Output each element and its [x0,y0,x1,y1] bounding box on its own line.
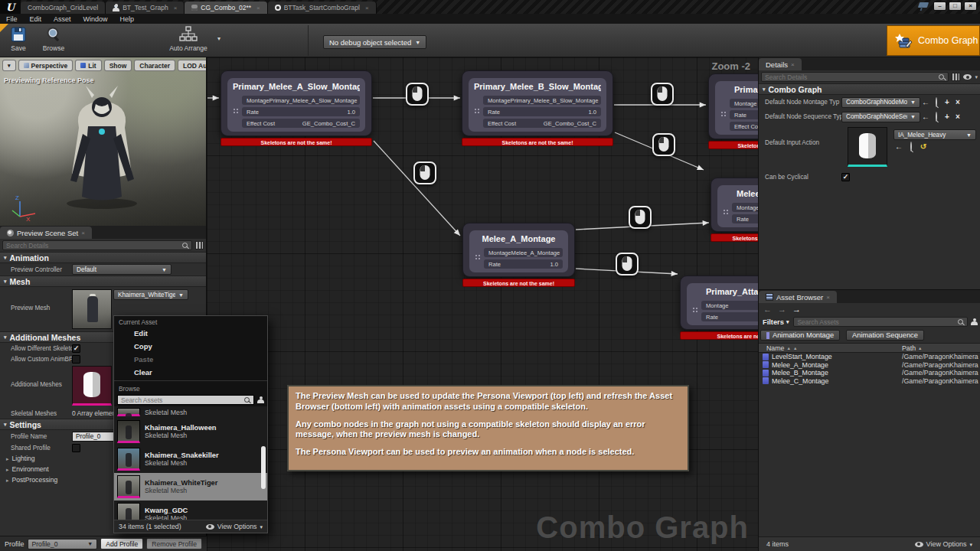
graph-node[interactable]: PrimaryMontageRateEffect CostSkeletons a… [708,73,758,149]
remove-profile-button[interactable]: Remove Profile [146,538,202,549]
mesh-asset-item[interactable]: Skeletal Mesh [114,406,267,418]
user-filter-icon[interactable] [971,318,978,326]
details-search-input[interactable] [762,73,939,81]
use-selected-icon[interactable]: ← [920,99,931,106]
tab-cg-combo-02[interactable]: CG_Combo_02** × [185,2,267,14]
input-action-dropdown[interactable]: IA_Melee_Heavy ▼ [893,129,976,140]
graph-node[interactable]: Primary_AttackMontagePrimRateSkeletons a… [680,276,758,340]
browse-to-asset-icon[interactable] [906,143,916,151]
tab-close-icon[interactable]: × [174,5,178,11]
section-animation[interactable]: ▾ Animation [0,252,206,263]
persona-viewport[interactable]: ▾ Perspective Lit Show Character LOD Aut… [0,57,207,226]
tab-combograph-gridlevel[interactable]: ComboGraph_GridLevel [21,2,106,14]
view-options-button[interactable]: View Options ▾ [206,523,263,530]
allow-different-skeletons-checkbox[interactable]: ✓ [72,344,80,353]
section-combo-graph[interactable]: ▾ Combo Graph [759,83,980,95]
asset-row[interactable]: Melee_C_Montage/Game/ParagonKhaimera [759,377,980,386]
sequence-type-dropdown[interactable]: ComboGraphNodeSequenc ▼ [841,112,920,122]
save-button[interactable]: Save [2,26,35,52]
viewport-lit-button[interactable]: Lit [75,60,101,71]
browse-to-asset-icon[interactable] [931,99,942,106]
additional-meshes-thumbnail[interactable] [72,366,112,406]
add-profile-button[interactable]: Add Profile [100,538,143,549]
combo-graph-canvas[interactable]: Zoom -2 Combo Graph Primary_Melee_A_Slow… [207,57,758,551]
graph-node[interactable]: Primary_Melee_B_Slow_MontageMontagePrima… [462,70,613,146]
close-button[interactable]: × [964,2,977,11]
reset-icon[interactable]: ↺ [918,143,929,151]
menu-item-paste[interactable]: Paste [114,353,267,366]
shared-profile-checkbox[interactable] [72,444,80,452]
tab-asset-browser[interactable]: Asset Browser × [759,291,837,303]
column-settings-icon[interactable] [952,73,960,81]
auto-arrange-button[interactable]: Auto Arrange [164,26,213,52]
view-filter-eye-icon[interactable] [963,74,972,80]
tab-close-icon[interactable]: × [256,5,260,11]
add-icon[interactable]: + [942,99,952,106]
column-path[interactable]: Path ▲ [902,344,980,352]
tab-bt-test-graph[interactable]: BT_Test_Graph × [106,2,185,14]
search-details-box[interactable] [2,240,192,250]
auto-arrange-dropdown[interactable]: ▾ [217,36,220,42]
debug-object-dropdown[interactable]: No debug object selected ▼ [323,35,426,49]
browse-to-asset-icon[interactable] [931,113,942,121]
graph-node[interactable]: Primary_Melee_A_Slow_MontageMontagePrima… [220,70,372,146]
clear-icon[interactable]: × [952,99,963,106]
menu-item-edit[interactable]: Edit [114,327,267,340]
column-name[interactable]: Name ▲ ▲ [759,344,902,352]
user-filter-icon[interactable] [257,396,264,404]
tab-close-icon[interactable]: × [81,230,85,236]
tab-close-icon[interactable]: × [826,294,830,301]
tab-close-icon[interactable]: × [791,61,795,68]
menu-file[interactable]: File [6,15,18,23]
asset-picker-search-input[interactable] [118,396,244,404]
history-forward-icon[interactable]: → [778,305,786,314]
viewport-show-button[interactable]: Show [104,60,132,71]
mesh-asset-item[interactable]: Kwang_GDCSkeletal Mesh [114,500,267,520]
graph-node[interactable]: Melee_MontageRateSkeletons are not the s… [710,178,758,242]
asset-picker-search-box[interactable] [117,395,254,405]
asset-row[interactable]: LevelStart_Montage/Game/ParagonKhaimera [759,353,980,361]
minimize-button[interactable]: – [933,2,946,11]
use-selected-icon[interactable]: ← [920,113,931,121]
montage-type-dropdown[interactable]: ComboGraphNodeMontage ▼ [841,97,920,108]
tab-close-icon[interactable]: × [365,5,369,11]
filter-animation-sequence[interactable]: Animation Sequence [846,330,924,341]
go-to-folder-icon[interactable]: → [792,305,801,314]
browse-button[interactable]: Browse [37,26,70,52]
clear-icon[interactable]: × [952,113,963,121]
combo-graph-button[interactable]: Combo Graph [887,25,980,56]
tutorial-cap-icon[interactable] [918,2,929,8]
asset-row[interactable]: Melee_B_Montage/Game/ParagonKhaimera [759,369,980,377]
profile-dropdown[interactable]: Profile_0 ▼ [28,539,98,549]
menu-item-clear[interactable]: Clear [114,366,267,379]
details-search-box[interactable] [761,72,949,82]
add-icon[interactable]: + [942,113,952,121]
column-settings-icon[interactable] [195,241,204,249]
section-mesh[interactable]: ▾ Mesh [0,276,206,287]
menu-edit[interactable]: Edit [30,15,42,23]
menu-help[interactable]: Help [120,15,135,23]
allow-custom-animbp-checkbox[interactable] [72,355,80,364]
asset-row[interactable]: Melee_A_Montage/Game/ParagonKhaimera [759,361,980,370]
menu-window[interactable]: Window [83,15,108,23]
history-back-icon[interactable]: ← [763,305,772,314]
asset-search-box[interactable] [793,317,968,327]
viewport-mode-button[interactable]: Perspective [18,60,74,71]
tab-bttask-startcombograph[interactable]: BTTask_StartComboGrapl × [268,2,377,14]
menu-item-copy[interactable]: Copy [114,340,267,353]
use-selected-icon[interactable]: ← [893,143,904,151]
menu-asset[interactable]: Asset [54,15,71,23]
input-action-thumbnail[interactable] [848,127,887,167]
preview-mesh-thumbnail[interactable] [72,289,112,329]
scrollbar-thumb[interactable] [261,446,266,489]
mesh-asset-item[interactable]: Khaimera_WhiteTigerSkeletal Mesh [114,473,267,500]
filters-button[interactable]: Filters ▾ [761,318,790,326]
viewport-lod-button[interactable]: LOD Auto [178,60,207,71]
graph-node[interactable]: Melee_A_MontageMontageMelee_A_MontageRat… [462,223,575,287]
preview-controller-dropdown[interactable]: Default ▼ [72,264,172,275]
mesh-asset-item[interactable]: Khaimera_SnakekillerSkeletal Mesh [114,445,267,473]
view-options-button[interactable]: View Options ▾ [915,540,972,548]
viewport-character-button[interactable]: Character [134,60,175,71]
tab-preview-scene-set[interactable]: Preview Scene Set × [0,227,92,239]
tab-details[interactable]: Details × [759,58,802,70]
